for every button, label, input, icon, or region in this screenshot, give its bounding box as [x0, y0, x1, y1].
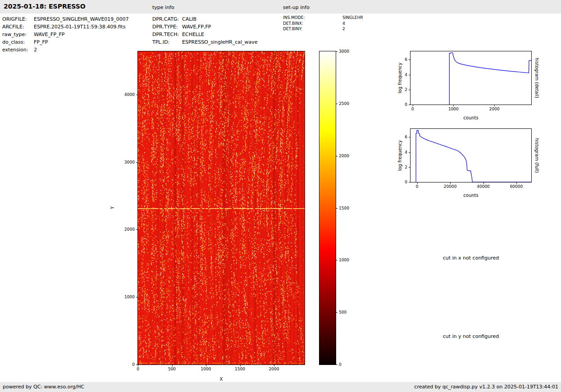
x-tick-label: 500	[168, 367, 176, 371]
y-tick-label: 6	[405, 135, 407, 139]
colorbar-tick-label: 500	[339, 310, 347, 315]
meta-label: TPL.ID:	[152, 38, 182, 46]
colorbar-tick	[336, 208, 338, 209]
x-tick	[516, 182, 517, 184]
y-tick-label: 4	[405, 150, 407, 155]
x-tick	[494, 105, 495, 106]
meta-label: DPR.TECH:	[152, 31, 182, 38]
colorbar-tick	[336, 51, 338, 52]
meta-row: INS.MODE:SINGLEHR	[283, 15, 363, 21]
x-tick-label: 0	[411, 107, 414, 111]
y-tick	[409, 152, 410, 153]
histogram-full-title: histogram (full)	[534, 138, 539, 173]
histogram-detail-plot	[410, 51, 531, 105]
y-tick	[409, 75, 410, 75]
histogram-detail-x-label: counts	[463, 115, 478, 120]
colorbar-tick	[336, 365, 338, 365]
setup-info-block: INS.MODE:SINGLEHRDET.BINX:4DET.BINY:2	[283, 15, 363, 32]
meta-row: DPR.CATG:CALIB	[152, 15, 258, 23]
meta-label: DET.BINX:	[283, 21, 342, 27]
meta-value: CALIB	[182, 15, 196, 23]
histogram-line	[449, 53, 531, 105]
cut-in-y-message: cut in y not configured	[443, 333, 499, 339]
colorbar-tick	[336, 104, 338, 104]
x-tick-label: 60000	[510, 184, 523, 189]
y-tick	[136, 297, 138, 297]
x-tick	[413, 105, 413, 106]
colorbar-tick	[336, 156, 338, 156]
colorbar-tick	[336, 312, 338, 313]
y-tick-label: 1000	[124, 295, 135, 299]
y-tick-label: 0	[132, 362, 135, 367]
colorbar-tick-label: 2500	[339, 101, 349, 106]
colorbar-tick-label: 2000	[339, 154, 349, 158]
meta-row: ARCFILE:ESPRE.2025-01-19T11:59:38.409.fi…	[2, 23, 129, 31]
header-bar: 2025-01-18: ESPRESSO type info set-up in…	[0, 0, 561, 14]
meta-label: DPR.CATG:	[152, 15, 182, 23]
x-tick-label: 2000	[489, 107, 500, 111]
y-tick-label: 2	[405, 87, 407, 92]
meta-value: SINGLEHR	[342, 15, 363, 21]
x-tick	[483, 182, 484, 184]
meta-row: ORIGFILE:ESPRESSO_SINGLEHR_WAVE019_0007	[2, 15, 129, 23]
y-tick-label: 6	[405, 57, 407, 62]
x-tick	[138, 365, 138, 366]
y-tick	[409, 182, 410, 182]
y-tick-label: 0	[405, 102, 407, 107]
footer-bar: powered by QC: www.eso.org/HC created by…	[0, 382, 561, 392]
colorbar-tick-label: 3000	[339, 49, 349, 54]
meta-label: ORIGFILE:	[2, 15, 34, 23]
y-tick	[136, 162, 138, 163]
y-tick	[409, 90, 410, 90]
colorbar-tick	[336, 260, 338, 260]
raw-x-axis-label: X	[220, 377, 223, 382]
meta-value: ESPRESSO_singleHR_cal_wave	[182, 38, 258, 46]
meta-value: ESPRESSO_SINGLEHR_WAVE019_0007	[34, 15, 129, 23]
page-title: 2025-01-18: ESPRESSO	[4, 3, 86, 10]
y-tick-label: 3000	[124, 160, 135, 164]
y-tick	[136, 365, 138, 365]
meta-value: 2	[342, 26, 345, 32]
x-tick-label: 0	[137, 367, 139, 371]
x-tick-label: 20000	[444, 184, 457, 189]
histogram-line	[416, 130, 531, 182]
file-info-block: ORIGFILE:ESPRESSO_SINGLEHR_WAVE019_0007A…	[2, 15, 129, 54]
meta-label: DPR.TYPE:	[152, 23, 182, 31]
meta-label: ARCFILE:	[2, 23, 34, 31]
histogram-full-axes: 02000040000600000246	[410, 128, 532, 182]
y-tick	[409, 137, 410, 137]
histogram-detail-y-label: log frequency	[397, 63, 402, 94]
y-tick-label: 2000	[124, 227, 135, 232]
x-tick-label: 1000	[201, 367, 211, 371]
meta-value: WAVE_FP_FP	[34, 31, 65, 38]
meta-row: DET.BINY:2	[283, 26, 363, 32]
y-tick	[409, 105, 410, 105]
colorbar-tick-label: 1500	[339, 206, 349, 210]
meta-value: WAVE,FP,FP	[182, 23, 211, 31]
histogram-full-x-label: counts	[463, 193, 478, 198]
histogram-full-y-label: log frequency	[397, 140, 402, 171]
meta-row: DPR.TYPE:WAVE,FP,FP	[152, 23, 258, 31]
x-tick	[274, 365, 274, 366]
meta-value: ECHELLE	[182, 31, 204, 38]
meta-value: 4	[342, 21, 345, 27]
meta-row: do_class:FP_FP	[2, 38, 129, 46]
x-tick	[206, 365, 206, 366]
raw-image-axes: 050010001500200001000200030004000	[137, 51, 305, 365]
meta-row: DET.BINX:4	[283, 21, 363, 27]
y-tick	[409, 167, 410, 168]
x-tick	[453, 105, 454, 106]
histogram-detail-axes: 0100020000246	[410, 51, 532, 105]
cut-in-x-message: cut in x not configured	[443, 255, 499, 261]
meta-value: 2	[34, 46, 37, 54]
y-tick-label: 0	[405, 180, 407, 184]
x-tick-label: 0	[416, 184, 419, 189]
x-tick-label: 1500	[235, 367, 245, 371]
type-info-heading: type info	[152, 5, 174, 10]
histogram-detail-title: histogram (detail)	[534, 58, 539, 98]
x-tick	[240, 365, 241, 366]
histogram-full-plot	[410, 129, 531, 182]
type-info-block: DPR.CATG:CALIBDPR.TYPE:WAVE,FP,FPDPR.TEC…	[152, 15, 258, 46]
colorbar-tick-label: 1000	[339, 258, 349, 262]
colorbar: 050010001500200025003000	[319, 51, 336, 365]
